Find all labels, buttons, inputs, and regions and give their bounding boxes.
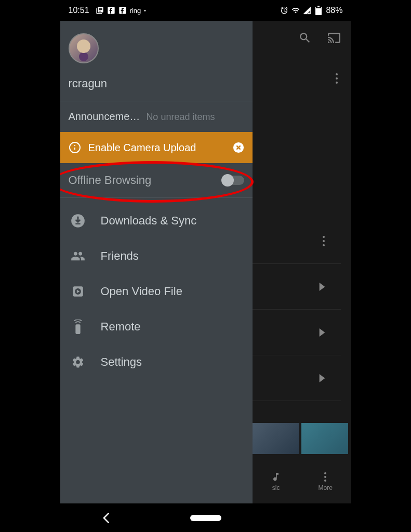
thumbnail-2[interactable]: [301, 423, 348, 454]
svg-point-8: [323, 236, 325, 238]
bg-list-item-3[interactable]: [253, 310, 341, 355]
home-pill[interactable]: [190, 515, 221, 521]
svg-point-9: [323, 240, 325, 242]
chevron-right-icon: [319, 374, 325, 382]
svg-point-10: [323, 244, 325, 246]
svg-point-11: [324, 472, 326, 474]
nav-more-label: More: [318, 484, 332, 491]
bottom-nav: sic More: [253, 459, 351, 503]
svg-point-13: [324, 480, 326, 482]
svg-point-16: [74, 145, 75, 146]
svg-rect-22: [75, 324, 80, 334]
cast-icon[interactable]: [327, 31, 341, 45]
bg-top-icons: [298, 31, 341, 45]
menu-downloads[interactable]: Downloads & Sync: [60, 203, 253, 238]
facebook-icon-2: [118, 6, 127, 15]
username: rcragun: [69, 77, 244, 90]
menu-friends[interactable]: Friends: [60, 238, 253, 274]
more-vert-icon-1[interactable]: [335, 73, 338, 84]
svg-point-12: [324, 476, 326, 478]
bg-list-item-4[interactable]: [253, 355, 341, 401]
signal-icon: [303, 6, 311, 15]
menu-list: Downloads & Sync Friends Open Video File: [60, 198, 253, 385]
navigation-drawer: rcragun Announceme… No unread items Enab…: [60, 21, 253, 503]
menu-settings-label: Settings: [101, 355, 142, 369]
menu-remote-label: Remote: [101, 320, 141, 334]
offline-label: Offline Browsing: [69, 174, 152, 187]
bg-thumbnails: [253, 423, 351, 454]
battery-icon: [314, 6, 323, 15]
avatar[interactable]: [69, 33, 99, 63]
status-time: 10:51: [69, 6, 89, 15]
menu-settings[interactable]: Settings: [60, 344, 253, 380]
menu-remote[interactable]: Remote: [60, 309, 253, 344]
facebook-icon: [107, 6, 115, 15]
svg-point-6: [336, 77, 338, 79]
remote-icon: [71, 320, 85, 334]
announcements-label: Announceme…: [69, 111, 140, 123]
bg-list: [253, 218, 341, 401]
menu-downloads-label: Downloads & Sync: [101, 214, 197, 228]
chevron-right-icon: [319, 283, 325, 291]
bg-list-item-2[interactable]: [253, 264, 341, 310]
nav-music[interactable]: sic: [271, 472, 281, 491]
svg-rect-4: [316, 7, 321, 8]
back-button[interactable]: [102, 512, 110, 524]
svg-rect-3: [317, 6, 320, 7]
nav-more[interactable]: More: [318, 472, 332, 491]
menu-open-video-label: Open Video File: [101, 285, 182, 298]
friends-icon: [71, 249, 85, 263]
ring-label: ring: [130, 7, 141, 15]
content-area: sic More rcragun Announceme… No unread i…: [60, 21, 351, 503]
battery-percent: 88%: [326, 6, 342, 15]
close-icon[interactable]: [233, 142, 244, 153]
svg-point-5: [336, 73, 338, 75]
status-bar: 10:51 ring •: [60, 0, 351, 21]
menu-friends-label: Friends: [101, 249, 139, 263]
camera-upload-banner[interactable]: Enable Camera Upload: [60, 132, 253, 163]
alarm-icon: [280, 6, 288, 15]
gear-icon: [71, 355, 85, 369]
more-vert-icon-2[interactable]: [322, 235, 325, 247]
search-icon[interactable]: [298, 31, 312, 45]
download-icon: [71, 214, 85, 228]
video-file-icon: [71, 284, 85, 299]
toggle-knob: [221, 174, 234, 187]
nav-music-label: sic: [272, 484, 280, 491]
offline-toggle[interactable]: [222, 176, 244, 185]
dot-icon: •: [144, 8, 146, 14]
wifi-icon: [291, 6, 300, 15]
chevron-right-icon: [319, 328, 325, 337]
offline-browsing-row[interactable]: Offline Browsing: [60, 163, 253, 198]
status-right: 88%: [280, 6, 342, 15]
announcements-status: No unread items: [146, 112, 215, 123]
thumbnail-1[interactable]: [253, 423, 299, 454]
info-icon: [69, 141, 81, 154]
svg-point-7: [336, 82, 338, 84]
bg-list-item-1[interactable]: [253, 218, 341, 264]
status-left: 10:51 ring •: [69, 6, 146, 15]
announcements-row[interactable]: Announceme… No unread items: [60, 101, 253, 132]
system-nav-bar: [60, 503, 351, 532]
menu-open-video[interactable]: Open Video File: [60, 274, 253, 309]
book-icon: [96, 6, 104, 15]
camera-upload-label: Enable Camera Upload: [88, 142, 196, 154]
notification-icons: ring •: [96, 6, 146, 15]
phone-screen: 10:51 ring •: [60, 0, 351, 532]
drawer-header: rcragun: [60, 21, 253, 101]
